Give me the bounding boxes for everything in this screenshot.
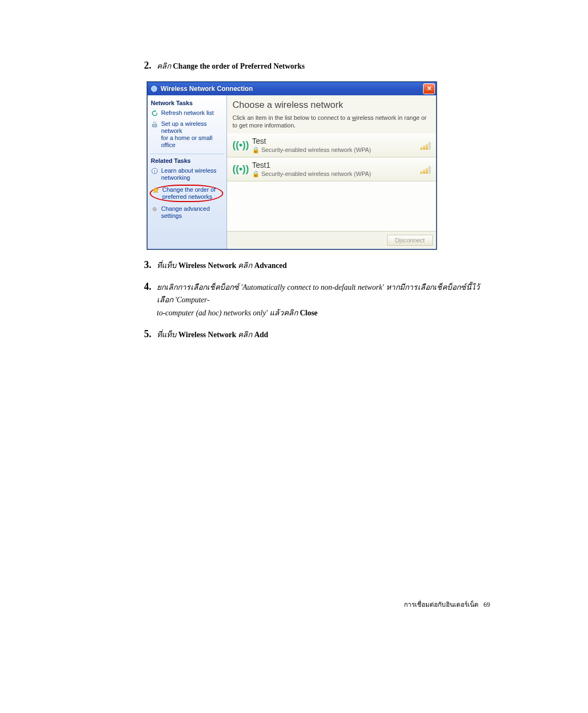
t1: ที่แท็บ xyxy=(157,261,179,270)
task-label: Set up a wireless network for a home or … xyxy=(161,120,223,149)
step-body: ยกเลิกการเลือกเช็คบ็อกซ์ 'Automatically … xyxy=(157,281,490,320)
page-number: 69 xyxy=(483,601,490,608)
signal-bars-icon xyxy=(420,141,431,150)
task-change-order-preferred-networks[interactable]: Change the order of preferred networks xyxy=(150,185,223,202)
choose-network-heading: Choose a wireless network xyxy=(227,95,436,113)
close-icon: ✕ xyxy=(427,85,432,92)
task-label: Change the order of preferred networks xyxy=(162,186,216,200)
l2b: แล้วคลิก xyxy=(268,309,300,317)
step-3: 3. ที่แท็บ Wireless Network คลิก Advance… xyxy=(136,259,490,272)
antenna-icon: ((•)) xyxy=(232,139,248,151)
l2c: Close xyxy=(300,309,318,317)
network-setup-icon xyxy=(151,120,158,128)
task-label-line2: networking xyxy=(161,174,190,181)
network-info: Test1 🔒Security-enabled wireless network… xyxy=(252,161,416,178)
network-security-text: Security-enabled wireless network (WPA) xyxy=(261,170,371,177)
step-number: 4. xyxy=(136,281,157,292)
l1a: ยกเลิกการเลือกเช็คบ็อกซ์ xyxy=(157,283,241,291)
t1: ที่แท็บ xyxy=(157,331,179,339)
task-setup-wireless-network[interactable]: Set up a wireless network for a home or … xyxy=(151,120,223,149)
main-footer: Disconnect xyxy=(227,231,436,249)
l1d: 'Computer- xyxy=(175,296,210,304)
window-titlebar[interactable]: Wireless Network Connection ✕ xyxy=(148,82,436,95)
info-icon: i xyxy=(151,167,158,175)
step2-bold: Change the order of Preferred Networks xyxy=(173,62,305,70)
network-info: Test 🔒Security-enabled wireless network … xyxy=(252,137,416,154)
window-title: Wireless Network Connection xyxy=(161,85,423,93)
step2-prefix: คลิก xyxy=(157,62,173,70)
lock-icon: 🔒 xyxy=(252,170,260,177)
task-refresh-network-list[interactable]: Refresh network list xyxy=(151,109,223,117)
network-security-text: Security-enabled wireless network (WPA) xyxy=(261,147,371,153)
star-icon xyxy=(152,186,160,194)
sidebar-heading-related-tasks: Related Tasks xyxy=(151,157,223,164)
close-button[interactable]: ✕ xyxy=(423,83,435,94)
task-label-line1: Change the order of xyxy=(162,186,216,193)
l1b: 'Automatically connect to non-default ne… xyxy=(241,283,384,291)
step-5: 5. ที่แท็บ Wireless Network คลิก Add xyxy=(136,328,490,342)
document-page: 2. คลิก Change the order of Preferred Ne… xyxy=(0,0,588,713)
network-security: 🔒Security-enabled wireless network (WPA) xyxy=(252,147,416,154)
sidebar-heading-network-tasks: Network Tasks xyxy=(151,100,223,106)
disconnect-button[interactable]: Disconnect xyxy=(387,235,433,246)
t4: Add xyxy=(254,331,268,339)
task-label-line2: for a home or small office xyxy=(161,135,212,148)
task-label: Refresh network list xyxy=(161,109,214,117)
signal-bars-icon xyxy=(420,165,431,174)
task-change-advanced-settings[interactable]: Change advanced settings xyxy=(151,205,223,220)
choose-network-subtext: Click an item in the list below to conne… xyxy=(227,113,436,134)
main-pane: Choose a wireless network Click an item … xyxy=(227,95,436,249)
gear-icon xyxy=(151,205,158,213)
network-name: Test1 xyxy=(252,161,416,169)
step-body: ที่แท็บ Wireless Network คลิก Advanced xyxy=(157,259,490,272)
wireless-titlebar-icon xyxy=(150,84,158,93)
footer-label: การเชื่อมต่อกับอินเตอร์เน็ต xyxy=(404,601,479,608)
window-body: Network Tasks Refresh network list Set u… xyxy=(148,95,436,249)
t3: คลิก xyxy=(236,261,254,270)
svg-point-0 xyxy=(151,86,157,92)
t2: Wireless Network xyxy=(179,261,236,270)
btn-pre: D xyxy=(395,237,400,243)
network-name: Test xyxy=(252,137,416,145)
step-body: ที่แท็บ Wireless Network คลิก Add xyxy=(157,328,490,342)
antenna-icon: ((•)) xyxy=(232,163,248,175)
page-footer: การเชื่อมต่อกับอินเตอร์เน็ต 69 xyxy=(404,599,490,610)
svg-text:i: i xyxy=(154,169,155,174)
l2a: to-computer (ad hoc) networks only' xyxy=(157,309,268,317)
wireless-network-connection-window: Wireless Network Connection ✕ Network Ta… xyxy=(147,82,437,249)
task-label-line1: Set up a wireless network xyxy=(161,120,207,134)
task-learn-wireless-networking[interactable]: i Learn about wireless networking xyxy=(151,167,223,181)
subtext-pre: Click an item in the list below to conne… xyxy=(232,114,352,121)
t3: คลิก xyxy=(236,331,254,339)
sidebar: Network Tasks Refresh network list Set u… xyxy=(148,95,227,249)
step-4: 4. ยกเลิกการเลือกเช็คบ็อกซ์ 'Automatical… xyxy=(136,281,490,320)
task-label: Learn about wireless networking xyxy=(161,167,217,181)
svg-marker-4 xyxy=(153,187,158,193)
network-item[interactable]: ((•)) Test 🔒Security-enabled wireless ne… xyxy=(227,133,436,157)
task-label-line2: preferred networks xyxy=(162,193,212,200)
network-security: 🔒Security-enabled wireless network (WPA) xyxy=(252,170,416,178)
task-label-line2: settings xyxy=(161,212,182,219)
step-2: 2. คลิก Change the order of Preferred Ne… xyxy=(136,60,490,73)
network-item[interactable]: ((•)) Test1 🔒Security-enabled wireless n… xyxy=(227,157,436,181)
step-number: 3. xyxy=(136,259,157,271)
t2: Wireless Network xyxy=(179,331,236,339)
lock-icon: 🔒 xyxy=(252,147,260,153)
task-label-line1: Learn about wireless xyxy=(161,167,217,174)
refresh-icon xyxy=(151,109,158,117)
btn-post: sconnect xyxy=(401,237,425,243)
step-number: 2. xyxy=(136,60,157,71)
svg-rect-1 xyxy=(152,124,157,127)
step-body: คลิก Change the order of Preferred Netwo… xyxy=(157,60,490,73)
task-label-line1: Change advanced xyxy=(161,205,210,212)
task-label: Change advanced settings xyxy=(161,205,210,220)
network-list: ((•)) Test 🔒Security-enabled wireless ne… xyxy=(227,133,436,230)
t4: Advanced xyxy=(254,261,287,270)
sidebar-separator xyxy=(150,154,224,154)
step-number: 5. xyxy=(136,328,157,340)
svg-point-6 xyxy=(154,209,155,210)
